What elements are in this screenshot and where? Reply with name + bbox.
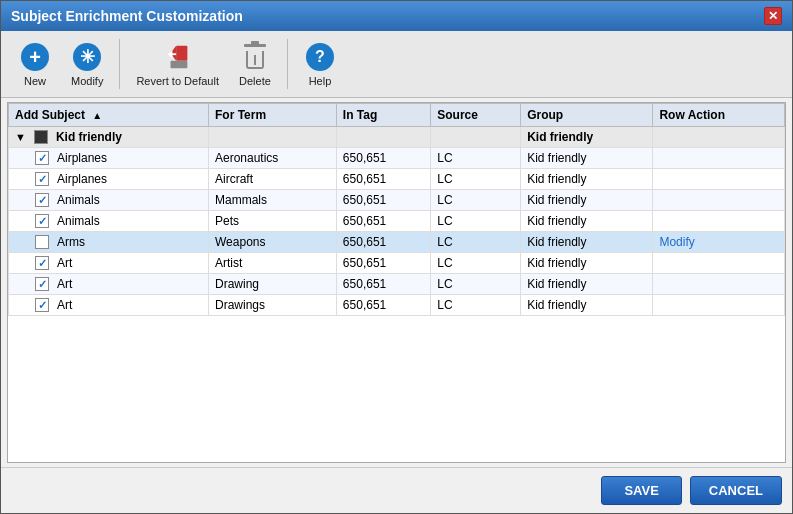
for-term-cell: Pets	[209, 211, 337, 232]
subject-label: Animals	[57, 193, 100, 207]
in-tag-cell: 650,651	[336, 190, 430, 211]
col-row-action[interactable]: Row Action	[653, 104, 785, 127]
subject-label: Airplanes	[57, 151, 107, 165]
row-checkbox[interactable]	[35, 298, 49, 312]
in-tag-cell: 650,651	[336, 232, 430, 253]
revert-button[interactable]: Revert to Default	[128, 37, 227, 91]
for-term-cell: Aircraft	[209, 169, 337, 190]
close-button[interactable]: ✕	[764, 7, 782, 25]
col-group[interactable]: Group	[521, 104, 653, 127]
modify-link[interactable]: Modify	[659, 235, 694, 249]
add-subject-cell: Art	[9, 274, 209, 295]
group-cell: Kid friendly	[521, 169, 653, 190]
group-cell: Kid friendly	[521, 253, 653, 274]
in-tag-cell: 650,651	[336, 274, 430, 295]
save-button[interactable]: SAVE	[601, 476, 681, 505]
toolbar: + New ✳ Modify Revert to Default	[1, 31, 792, 98]
source-cell	[431, 127, 521, 148]
row-action-cell	[653, 295, 785, 316]
group-label: Kid friendly	[56, 130, 122, 144]
table-row[interactable]: Airplanes Aircraft 650,651 LC Kid friend…	[9, 169, 785, 190]
add-subject-cell: Airplanes	[9, 169, 209, 190]
row-checkbox[interactable]	[35, 235, 49, 249]
subject-label: Airplanes	[57, 172, 107, 186]
group-name-cell: Kid friendly	[521, 127, 653, 148]
col-for-term[interactable]: For Term	[209, 104, 337, 127]
for-term-cell: Drawings	[209, 295, 337, 316]
for-term-cell: Weapons	[209, 232, 337, 253]
table-row[interactable]: Airplanes Aeronautics 650,651 LC Kid fri…	[9, 148, 785, 169]
table-wrapper[interactable]: Add Subject ▲ For Term In Tag Source Gro…	[7, 102, 786, 463]
in-tag-cell: 650,651	[336, 148, 430, 169]
row-checkbox[interactable]	[35, 193, 49, 207]
new-button[interactable]: + New	[11, 37, 59, 91]
subject-label: Art	[57, 256, 72, 270]
table-row[interactable]: Animals Mammals 650,651 LC Kid friendly	[9, 190, 785, 211]
row-action-cell: Modify	[653, 232, 785, 253]
group-checkbox[interactable]	[34, 130, 48, 144]
source-cell: LC	[431, 211, 521, 232]
group-cell: Kid friendly	[521, 274, 653, 295]
data-table: Add Subject ▲ For Term In Tag Source Gro…	[8, 103, 785, 316]
add-subject-cell: Art	[9, 253, 209, 274]
expand-icon[interactable]: ▼	[15, 131, 26, 143]
svg-rect-2	[170, 61, 187, 69]
group-cell: ▼ Kid friendly	[9, 127, 209, 148]
col-source[interactable]: Source	[431, 104, 521, 127]
source-cell: LC	[431, 232, 521, 253]
in-tag-cell: 650,651	[336, 211, 430, 232]
for-term-cell: Aeronautics	[209, 148, 337, 169]
row-action-cell	[653, 274, 785, 295]
group-cell: Kid friendly	[521, 295, 653, 316]
trash-icon	[244, 44, 266, 70]
row-action-cell	[653, 253, 785, 274]
subject-label: Art	[57, 298, 72, 312]
modify-button[interactable]: ✳ Modify	[63, 37, 111, 91]
add-subject-cell: Airplanes	[9, 148, 209, 169]
table-row[interactable]: Art Artist 650,651 LC Kid friendly	[9, 253, 785, 274]
row-action-cell	[653, 127, 785, 148]
group-cell: Kid friendly	[521, 211, 653, 232]
table-row[interactable]: Art Drawings 650,651 LC Kid friendly	[9, 295, 785, 316]
cancel-button[interactable]: CANCEL	[690, 476, 782, 505]
asterisk-icon: ✳	[73, 43, 101, 71]
col-in-tag[interactable]: In Tag	[336, 104, 430, 127]
row-checkbox[interactable]	[35, 256, 49, 270]
revert-icon	[163, 42, 193, 72]
table-row[interactable]: Arms Weapons 650,651 LC Kid friendly Mod…	[9, 232, 785, 253]
row-action-cell	[653, 169, 785, 190]
group-cell: Kid friendly	[521, 190, 653, 211]
add-subject-cell: Animals	[9, 190, 209, 211]
row-action-cell	[653, 211, 785, 232]
source-cell: LC	[431, 190, 521, 211]
delete-button[interactable]: Delete	[231, 37, 279, 91]
table-row[interactable]: Animals Pets 650,651 LC Kid friendly	[9, 211, 785, 232]
plus-circle-icon: +	[21, 43, 49, 71]
in-tag-cell	[336, 127, 430, 148]
col-add-subject[interactable]: Add Subject ▲	[9, 104, 209, 127]
title-bar: Subject Enrichment Customization ✕	[1, 1, 792, 31]
source-cell: LC	[431, 148, 521, 169]
row-checkbox[interactable]	[35, 151, 49, 165]
table-container: Add Subject ▲ For Term In Tag Source Gro…	[1, 98, 792, 467]
table-row[interactable]: Art Drawing 650,651 LC Kid friendly	[9, 274, 785, 295]
in-tag-cell: 650,651	[336, 295, 430, 316]
add-subject-cell: Art	[9, 295, 209, 316]
row-checkbox[interactable]	[35, 277, 49, 291]
subject-label: Animals	[57, 214, 100, 228]
table-header-row: Add Subject ▲ For Term In Tag Source Gro…	[9, 104, 785, 127]
row-action-cell	[653, 148, 785, 169]
group-cell: Kid friendly	[521, 232, 653, 253]
source-cell: LC	[431, 253, 521, 274]
row-checkbox[interactable]	[35, 214, 49, 228]
toolbar-separator-2	[287, 39, 288, 89]
help-icon: ?	[306, 43, 334, 71]
table-row[interactable]: ▼ Kid friendly Kid friendly	[9, 127, 785, 148]
svg-marker-4	[167, 50, 172, 58]
subject-label: Arms	[57, 235, 85, 249]
help-button[interactable]: ? Help	[296, 37, 344, 91]
for-term-cell	[209, 127, 337, 148]
row-checkbox[interactable]	[35, 172, 49, 186]
in-tag-cell: 650,651	[336, 253, 430, 274]
add-subject-cell: Arms	[9, 232, 209, 253]
